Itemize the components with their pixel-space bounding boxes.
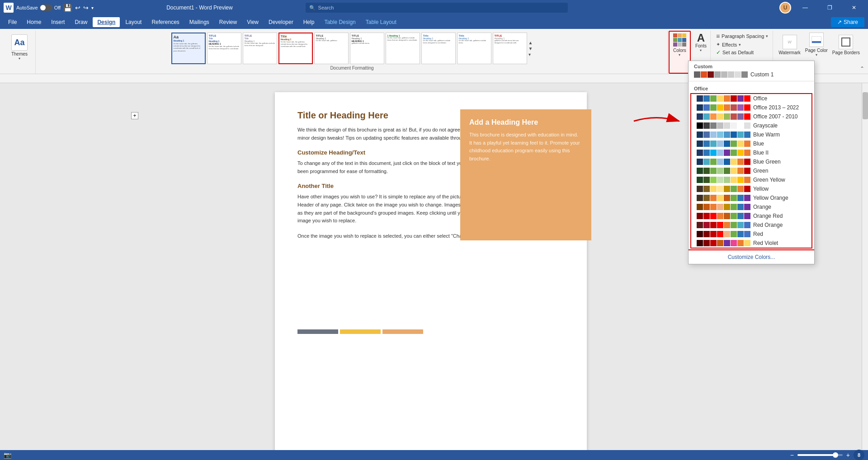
- menu-home[interactable]: Home: [22, 17, 46, 27]
- page-color-arrow[interactable]: ▾: [816, 53, 817, 57]
- palette-row-red[interactable]: Red: [691, 230, 811, 239]
- palette-name-0: Office: [753, 95, 806, 102]
- palette-row-orange[interactable]: Orange: [691, 202, 811, 211]
- close-button[interactable]: ✕: [844, 0, 864, 15]
- status-plus-icon[interactable]: +: [846, 451, 850, 459]
- user-avatar[interactable]: U: [779, 2, 791, 14]
- menu-mailings[interactable]: Mailings: [185, 17, 214, 27]
- camera-icon[interactable]: 📷: [4, 451, 11, 459]
- style-thumb-heading[interactable]: Title Heading 1 On the Insert tab, galle…: [421, 33, 456, 64]
- menu-references[interactable]: References: [147, 17, 184, 27]
- save-icon[interactable]: 💾: [63, 4, 72, 12]
- undo-icon[interactable]: ↩: [75, 4, 80, 11]
- zoom-slider[interactable]: [797, 454, 843, 456]
- palette-name-8: Green: [753, 168, 806, 174]
- themes-icon: Aa: [11, 34, 28, 51]
- palette-row-orange-red[interactable]: Orange Red: [691, 211, 811, 221]
- fonts-icon: A: [697, 33, 705, 43]
- menu-table-design[interactable]: Table Design: [320, 17, 360, 27]
- style-thumb-default[interactable]: Aa Heading 1 On the Insert tab, the gall…: [171, 33, 206, 64]
- style-thumb-9[interactable]: Title Heading 1 On the Insert tab, galle…: [457, 33, 491, 64]
- office-section-label: Office: [689, 83, 814, 92]
- document-title: Document1 - Word Preview: [94, 5, 305, 11]
- palette-row-red-violet[interactable]: Red Violet: [691, 239, 811, 248]
- ribbon-doc-formatting: Aa Heading 1 On the Insert tab, the gall…: [37, 31, 668, 74]
- menu-draw[interactable]: Draw: [70, 17, 92, 27]
- style-thumb-10[interactable]: TITLE Heading 1 galleries include items …: [493, 33, 527, 64]
- set-default-button[interactable]: ✓ Set as Default: [716, 49, 768, 56]
- style-thumb-title-heading[interactable]: Title Heading 1 On the Insert tab, the g…: [278, 33, 313, 64]
- customize-colors-button[interactable]: Customize Colors...: [689, 249, 814, 264]
- custom-section-label: Custom: [689, 61, 814, 70]
- paragraph-spacing-button[interactable]: ≡ Paragraph Spacing ▾: [716, 33, 768, 40]
- page-color-button[interactable]: Page Color ▾: [805, 33, 828, 57]
- move-handle[interactable]: +: [131, 112, 138, 119]
- palette-row-blue[interactable]: Blue: [691, 139, 811, 148]
- autosave-control: AutoSave Off: [16, 5, 61, 11]
- share-button[interactable]: ↗Share: [831, 17, 864, 27]
- style-thumb-2[interactable]: TITLE Title Heading 1 HEADING 1 On the I…: [207, 33, 241, 64]
- style-thumb-5[interactable]: TITLE Heading 1 On the Insert tab, galle…: [314, 33, 349, 64]
- page-color-label: Page Color: [805, 48, 828, 53]
- palette-row-yellow-orange[interactable]: Yellow Orange: [691, 193, 811, 202]
- palette-row-office-2007---2010[interactable]: Office 2007 - 2010: [691, 112, 811, 121]
- status-minus-icon[interactable]: −: [790, 451, 794, 459]
- palette-row-blue-green[interactable]: Blue Green: [691, 157, 811, 166]
- restore-button[interactable]: ❐: [819, 0, 840, 15]
- page-borders-icon: [839, 35, 853, 49]
- menu-review[interactable]: Review: [215, 17, 241, 27]
- vertical-scrollbar[interactable]: [862, 83, 868, 450]
- style-thumb-7[interactable]: 1 Heading 1 On the Insert tab, galleries…: [386, 33, 420, 64]
- themes-label: Themes: [11, 52, 28, 56]
- paragraph-spacing-arrow: ▾: [766, 34, 768, 38]
- palette-swatches-13: [697, 213, 750, 219]
- palette-row-grayscale[interactable]: Grayscale: [691, 121, 811, 130]
- zoom-fill: [797, 454, 834, 456]
- palette-swatches-7: [697, 159, 750, 165]
- scroll-thumb[interactable]: [863, 92, 868, 119]
- menu-help[interactable]: Help: [299, 17, 319, 27]
- palette-swatches-3: [697, 122, 750, 129]
- menu-layout[interactable]: Layout: [121, 17, 146, 27]
- palette-swatches-12: [697, 204, 750, 210]
- themes-button[interactable]: Aa Themes ▾: [8, 33, 31, 62]
- ribbon-collapse-button[interactable]: ⌃: [860, 66, 864, 72]
- palette-row-office[interactable]: Office: [691, 94, 811, 103]
- menu-view[interactable]: View: [242, 17, 263, 27]
- palette-row-green-yellow[interactable]: Green Yellow: [691, 175, 811, 184]
- palette-row-blue-ii[interactable]: Blue II: [691, 148, 811, 157]
- gallery-scroll-down[interactable]: ▼: [528, 46, 533, 51]
- fonts-dropdown-arrow[interactable]: ▾: [700, 48, 702, 52]
- colors-label: Colors: [673, 48, 686, 53]
- search-bar[interactable]: 🔍 Search: [306, 3, 568, 13]
- palette-row-yellow[interactable]: Yellow: [691, 184, 811, 193]
- minimize-button[interactable]: —: [795, 0, 816, 15]
- menu-table-layout[interactable]: Table Layout: [361, 17, 401, 27]
- themes-dropdown-arrow: ▾: [19, 56, 20, 61]
- menu-developer[interactable]: Developer: [264, 17, 298, 27]
- custom-1-palette[interactable]: Custom 1: [689, 70, 814, 79]
- gallery-scroll-up[interactable]: ▲: [528, 40, 533, 45]
- colors-button[interactable]: Colors ▾: [669, 31, 691, 74]
- style-thumb-3[interactable]: TITLE Title Heading 1 On the Insert tab,…: [243, 33, 277, 64]
- menu-design[interactable]: Design: [93, 17, 120, 27]
- autosave-toggle[interactable]: [40, 5, 52, 11]
- palette-row-green[interactable]: Green: [691, 166, 811, 175]
- palette-swatches-6: [697, 150, 750, 156]
- custom-1-name: Custom 1: [750, 71, 809, 78]
- palette-row-blue-warm[interactable]: Blue Warm: [691, 130, 811, 139]
- effects-label: Effects: [722, 42, 737, 47]
- redo-icon[interactable]: ↪: [83, 4, 89, 11]
- menu-insert[interactable]: Insert: [47, 17, 69, 27]
- style-thumb-6[interactable]: TITLE Heading 1 HEADING 1 galleries incl…: [350, 33, 384, 64]
- menu-file[interactable]: File: [4, 17, 21, 27]
- effects-button[interactable]: ✦ Effects ▾: [716, 42, 768, 47]
- gallery-expand[interactable]: ▾: [528, 52, 533, 57]
- colors-dropdown-arrow[interactable]: ▾: [679, 53, 680, 57]
- watermark-button[interactable]: W Watermark: [778, 35, 801, 55]
- palette-row-red-orange[interactable]: Red Orange: [691, 221, 811, 230]
- palette-row-office-2013-–-2022[interactable]: Office 2013 – 2022: [691, 103, 811, 112]
- zoom-thumb[interactable]: [833, 452, 838, 458]
- palette-name-9: Green Yellow: [753, 177, 806, 183]
- page-borders-button[interactable]: Page Borders: [832, 35, 860, 55]
